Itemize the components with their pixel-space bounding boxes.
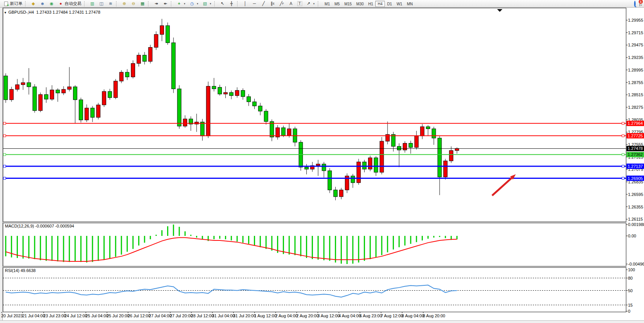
trendline-tool-button[interactable]: ╱ [259,0,268,7]
level-line-handle[interactable] [622,122,624,124]
candle-body [340,190,343,197]
rsi-axis-label: 15 [628,303,633,307]
price-badge-label: 1.27478 [628,146,643,151]
candle-body [409,143,413,148]
notifications-button[interactable]: 1 [639,2,640,6]
cursor-icon: ↖ [220,1,225,6]
time-axis-label: 27 Jul 20:00 [170,313,193,318]
price-axis-label: 1.28275 [628,105,643,110]
chevron-down-icon: ▼ [183,3,186,5]
candle-body [218,87,222,94]
level-line-handle[interactable] [3,122,6,124]
timeframe-M1[interactable]: M1 [322,1,332,7]
text-tool-button[interactable]: A [287,0,295,7]
candle-body [85,108,89,120]
level-line-handle[interactable] [622,135,624,137]
market-watch-button[interactable]: ◆ [29,0,38,7]
timeframe-D1[interactable]: D1 [385,1,394,7]
timeframe-W1[interactable]: W1 [394,1,405,7]
candlestick-chart-button[interactable]: ◫ [97,0,106,7]
candle-body [206,86,210,136]
search-icon [634,1,636,7]
horizontal-line-tool-button[interactable]: ─ [250,0,259,7]
candle-body [258,106,262,111]
candle-body [270,121,274,137]
level-line-handle[interactable] [3,135,6,137]
fibonacci-icon: ╱F [279,1,285,6]
chevron-down-icon: ▼ [196,3,199,5]
new-order-label: 新订单 [10,1,22,6]
price-axis-label: 1.26355 [628,205,643,209]
candle-body [56,90,60,93]
channel-tool-button[interactable]: ∥E [268,0,277,7]
time-axis-label: 28 Jul 12:00 [191,313,214,318]
auto-scroll-icon: ↠ [153,1,159,6]
level-line-handle[interactable] [622,177,624,180]
crosshair-icon: ╋ [229,1,234,6]
toolbar-separator [116,1,118,6]
timeframe-M30[interactable]: M30 [354,1,366,7]
crosshair-tool-button[interactable]: ╋ [227,0,236,7]
level-line-handle[interactable] [3,177,6,180]
candle-body [154,34,158,47]
price-axis-label: 1.28755 [628,80,643,85]
data-window-button[interactable]: ☻ [38,0,47,7]
candle-body [235,91,239,96]
periods-button[interactable]: ◷▼ [188,0,200,7]
arrows-tool-button[interactable]: ↗▼ [304,0,317,7]
bar-chart-button[interactable]: ▥ [88,0,97,7]
time-axis-label: 2 Aug 04:00 [275,313,298,318]
toolbar-separator [171,1,173,6]
text-label-tool-button[interactable]: T [296,0,304,7]
candle-body [420,127,424,136]
zoom-out-button[interactable]: ⊖ [129,0,138,7]
auto-trading-button[interactable]: ● 自动交易 [56,0,83,7]
templates-button[interactable]: ▧▼ [201,0,213,7]
vertical-line-icon: │ [242,1,248,6]
candle-body [322,164,326,171]
tile-windows-button[interactable]: ▦ [138,0,147,7]
timeframe-MN[interactable]: MN [405,1,415,7]
zoom-in-button[interactable]: ⊕ [120,0,129,7]
candle-body [264,111,268,121]
price-badge-label: 1.27964 [628,121,643,126]
indicators-icon: + [176,1,182,6]
macd-panel[interactable] [3,223,626,266]
timeframe-M15[interactable]: M15 [342,1,354,7]
candle-body [224,92,228,94]
timeframe-H4[interactable]: H4 [375,1,385,7]
candle-body [44,95,48,99]
price-badge-label: 1.27725 [628,134,643,138]
cursor-tool-button[interactable]: ↖ [218,0,227,7]
navigator-button[interactable]: ◉ [47,0,56,7]
candle-body [62,89,65,93]
candle-body [391,134,395,146]
main-toolbar: + 新订单 ◆ ☻ ◉ ● 自动交易 ▥ ◫ ≋ ⊕ ⊖ ▦ ↠ ↞ +▼ ◷▼… [0,0,644,8]
chart-shift-button[interactable]: ↞ [161,0,170,7]
text-icon: A [288,1,294,6]
search-button[interactable] [634,2,636,6]
rsi-axis-label: 50 [628,288,633,293]
auto-scroll-button[interactable]: ↠ [152,0,161,7]
symbol-collapse-icon[interactable]: ▼ [4,11,7,14]
indicators-button[interactable]: +▼ [175,0,187,7]
new-order-button[interactable]: + 新订单 [2,0,24,7]
chart-canvas[interactable]: 1.299551.297151.294751.292351.289951.287… [0,0,644,323]
zoom-out-icon: ⊖ [131,1,136,6]
rsi-axis-label: 0 [628,309,630,313]
level-line-handle[interactable] [622,165,624,167]
fibonacci-tool-button[interactable]: ╱F [277,0,286,7]
timeframe-H1[interactable]: H1 [366,1,376,7]
candle-body [449,151,453,161]
level-line-handle[interactable] [622,153,624,156]
time-axis-label: 4 Aug 04:00 [338,313,361,318]
timeframe-M5[interactable]: M5 [332,1,342,7]
candle-body [357,162,360,183]
level-line-handle[interactable] [3,153,6,156]
candle-body [282,128,285,135]
market-watch-icon: ◆ [30,1,36,6]
line-chart-button[interactable]: ≋ [106,0,115,7]
level-line-handle[interactable] [3,165,6,167]
vertical-line-tool-button[interactable]: │ [241,0,250,7]
rsi-panel[interactable] [3,267,626,312]
